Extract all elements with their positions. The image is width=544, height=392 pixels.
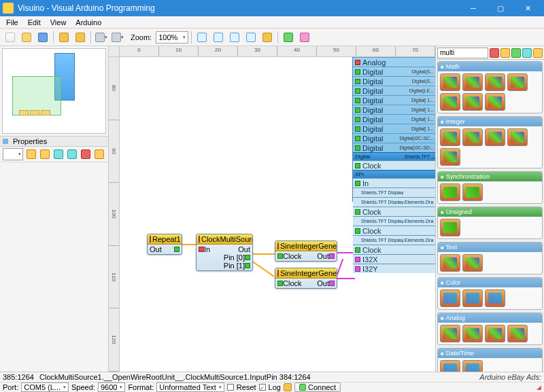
board-clock-row[interactable]: Clock — [353, 207, 435, 216]
component-thumbnail[interactable] — [462, 93, 483, 111]
minimize-button[interactable]: ─ — [460, 0, 487, 16]
props-filter-button[interactable] — [52, 147, 64, 161]
wire[interactable] — [335, 278, 355, 279]
arduino-board[interactable]: AnalogDigitalDigital(S...DigitalDigital(… — [352, 57, 435, 202]
component-thumbnail[interactable] — [440, 183, 460, 201]
component-thumbnail[interactable] — [485, 93, 505, 111]
palette-scroll[interactable]: MathIntegerSynchronizationUnsignedTextCo… — [436, 60, 544, 372]
palette-group-header[interactable]: Color — [438, 278, 542, 287]
component-thumbnail[interactable] — [462, 183, 483, 201]
design-overview[interactable] — [2, 48, 106, 134]
wire[interactable] — [335, 252, 355, 253]
input-pin[interactable] — [199, 247, 204, 252]
port-combo[interactable]: COM5 (L...▾ — [21, 382, 69, 392]
design-canvas[interactable]: Repeat1 Out ClockMultiSource1 InOut Pin … — [120, 57, 435, 372]
board-clock-row[interactable]: Clock — [353, 160, 435, 170]
component-thumbnail[interactable] — [462, 73, 483, 91]
palette-group-header[interactable]: Synchronization — [438, 172, 542, 181]
input-pin[interactable] — [277, 281, 283, 286]
node-clockmultisource1[interactable]: ClockMultiSource1 InOut Pin [0] Pin [1] — [196, 234, 253, 271]
output-pin[interactable] — [245, 255, 250, 260]
menu-arduino[interactable]: Arduino — [71, 17, 106, 28]
component-thumbnail[interactable] — [485, 325, 505, 342]
node-repeat1[interactable]: Repeat1 Out — [147, 234, 182, 255]
snap-button[interactable] — [260, 31, 275, 44]
component-thumbnail[interactable] — [440, 325, 460, 342]
palette-group-header[interactable]: Text — [438, 243, 542, 252]
board-clock-row[interactable]: Clock — [353, 226, 435, 235]
reset-checkbox[interactable] — [227, 384, 234, 391]
component-thumbnail[interactable] — [507, 73, 528, 91]
component-thumbnail[interactable] — [440, 289, 460, 307]
palette-group-header[interactable]: Date/Time — [438, 349, 542, 358]
component-thumbnail[interactable] — [462, 360, 483, 372]
clear-search-button[interactable] — [490, 48, 499, 58]
board-pin-row[interactable]: DigitalDigital[ 1... — [353, 114, 435, 124]
search-option-button[interactable] — [533, 48, 543, 58]
component-thumbnail[interactable] — [485, 128, 505, 146]
component-thumbnail[interactable] — [507, 128, 528, 146]
component-thumbnail[interactable] — [440, 360, 460, 372]
component-thumbnail[interactable] — [462, 254, 483, 272]
props-expand-button[interactable] — [67, 147, 78, 161]
component-thumbnail[interactable] — [485, 73, 505, 91]
open-button[interactable] — [19, 31, 34, 44]
board-pin-row[interactable]: DigitalDigital[ 1... — [353, 105, 435, 114]
board-y-row[interactable]: I32Y — [353, 264, 435, 273]
upload-button[interactable] — [281, 31, 296, 44]
component-thumbnail[interactable] — [485, 289, 505, 307]
props-categorize-button[interactable] — [25, 147, 37, 161]
output-pin[interactable] — [174, 247, 180, 252]
board-section-spi[interactable]: SPI — [353, 170, 435, 178]
board-pin-row[interactable]: DigitalDigital(I2C-SD... — [353, 143, 435, 152]
component-thumbnail[interactable] — [440, 128, 460, 146]
new-button[interactable] — [3, 31, 18, 44]
board-tft-row[interactable]: Shields.TFT Display — [353, 188, 435, 197]
save-button[interactable] — [35, 31, 50, 44]
menu-edit[interactable]: Edit — [23, 17, 46, 28]
board-pin-row[interactable]: DigitalDigital(LE... — [353, 86, 435, 95]
zoom-in-button[interactable] — [194, 31, 209, 44]
board-pin-row[interactable]: DigitalDigital(S... — [353, 76, 435, 86]
component-thumbnail[interactable] — [507, 325, 528, 342]
board-pin-row[interactable]: Analog — [353, 57, 435, 67]
board-in-row[interactable]: In — [353, 178, 435, 188]
component-thumbnail[interactable] — [440, 254, 460, 272]
close-button[interactable]: ✕ — [514, 0, 541, 16]
palette-search-input[interactable] — [437, 48, 488, 58]
speed-combo[interactable]: 9600▾ — [98, 382, 125, 392]
zoom-out-button[interactable] — [211, 31, 226, 44]
menu-file[interactable]: File — [1, 17, 23, 28]
board-pin-row[interactable]: DigitalDigital[ 1... — [353, 124, 435, 133]
search-option-button[interactable] — [511, 48, 521, 58]
log-checkbox[interactable] — [259, 384, 266, 391]
format-combo[interactable]: Unformatted Text▾ — [156, 382, 224, 392]
props-pin-button[interactable] — [80, 147, 92, 161]
component-thumbnail[interactable] — [440, 148, 460, 166]
pan-button[interactable] — [243, 31, 258, 44]
input-pin[interactable] — [277, 253, 283, 259]
menu-view[interactable]: View — [46, 17, 71, 28]
log-icon[interactable] — [284, 383, 292, 391]
board-clock-row[interactable]: Clock — [353, 245, 435, 254]
resize-grip[interactable]: ◢ — [537, 384, 541, 391]
connect-button[interactable]: Connect — [294, 382, 341, 392]
component-thumbnail[interactable] — [440, 219, 460, 236]
board-button[interactable] — [297, 31, 312, 44]
palette-group-header[interactable]: Unsigned — [438, 207, 542, 217]
undo-button[interactable]: ▾ — [94, 31, 109, 44]
board-section-digital[interactable]: DigitalShields.TFT ... — [353, 152, 435, 160]
board-pin-row[interactable]: DigitalDigital(I2C-SC... — [353, 133, 435, 143]
board-tft-row[interactable]: Shields.TFT Display.Elements.Dra — [353, 216, 435, 226]
props-help-button[interactable] — [94, 147, 105, 161]
component-thumbnail[interactable] — [462, 325, 483, 342]
board-pin-row[interactable]: DigitalDigital(S... — [353, 67, 435, 76]
output-pin[interactable] — [245, 263, 250, 268]
board-tft-row[interactable]: Shields.TFT Display.Elements.Dra — [353, 235, 435, 245]
component-thumbnail[interactable] — [462, 128, 483, 146]
grid-button[interactable] — [73, 31, 88, 44]
board-pin-row[interactable]: DigitalDigital[ 1... — [353, 95, 435, 105]
properties-object-combo[interactable]: ▾ — [3, 148, 23, 160]
component-thumbnail[interactable] — [440, 93, 460, 111]
maximize-button[interactable]: ▢ — [487, 0, 514, 16]
